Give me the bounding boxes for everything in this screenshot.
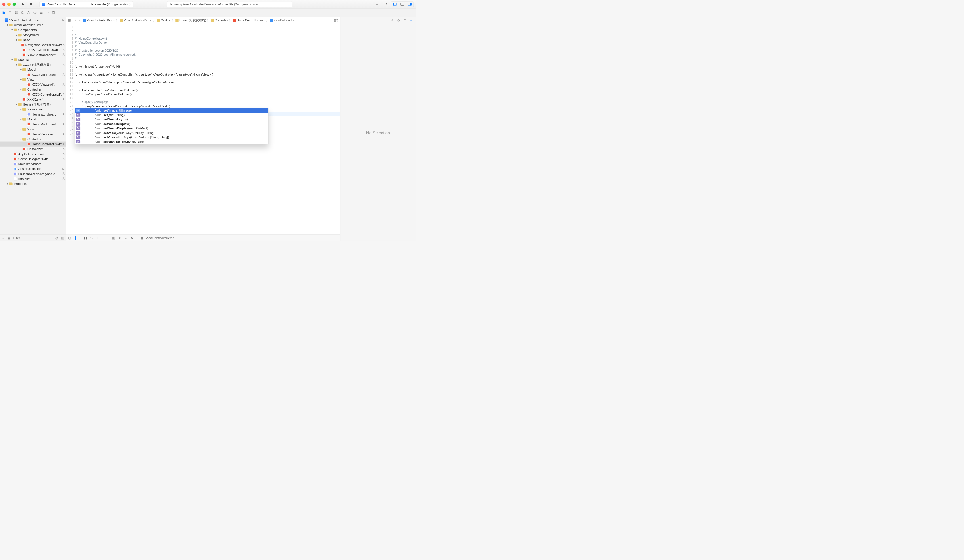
disclosure-triangle-icon[interactable]: ▶ bbox=[7, 182, 9, 185]
disclosure-triangle-icon[interactable]: ▼ bbox=[20, 138, 22, 141]
environment-overrides-button[interactable]: ☼ bbox=[124, 236, 128, 240]
tree-node[interactable]: ▼Home (可视化布局) bbox=[0, 102, 66, 107]
autocomplete-item[interactable]: MVoidsetValuesForKeys(keyedValues: [Stri… bbox=[75, 135, 268, 140]
code-line[interactable]: "c-kw">class "c-usertype">HomeController… bbox=[75, 72, 340, 77]
tree-node[interactable]: LaunchScreen.storyboardA bbox=[0, 171, 66, 176]
code-line[interactable]: // Copyright © 2020 Lee. All rights rese… bbox=[75, 53, 340, 57]
file-tree[interactable]: ▼ViewControllerDemoM▼ViewControllerDemo▼… bbox=[0, 17, 66, 234]
go-back-button[interactable]: 〈 bbox=[72, 18, 77, 23]
tree-node[interactable]: Info.plistA bbox=[0, 176, 66, 181]
jump-bar[interactable]: ▦ 〈 〉 ViewControllerDemo〉ViewControllerD… bbox=[66, 17, 340, 24]
disclosure-triangle-icon[interactable]: ▼ bbox=[7, 24, 9, 26]
scm-filter-button[interactable]: ▥ bbox=[60, 236, 64, 240]
autocomplete-item[interactable]: MVoidsetNeedsLayout() bbox=[75, 117, 268, 122]
breadcrumb-item[interactable]: Module bbox=[157, 18, 171, 22]
code-line[interactable]: // bbox=[75, 57, 340, 61]
stop-button[interactable] bbox=[28, 2, 34, 7]
toggle-debug-area-button[interactable]: ▢ bbox=[68, 236, 72, 240]
tree-node[interactable]: ▶Products bbox=[0, 181, 66, 186]
tree-node[interactable]: ▼Controller bbox=[0, 137, 66, 142]
tree-node[interactable]: Assets.xcassetsM bbox=[0, 166, 66, 171]
project-navigator-tab[interactable] bbox=[1, 10, 7, 16]
tree-node[interactable]: ▼Model bbox=[0, 117, 66, 122]
breadcrumb-item[interactable]: viewDidLoad() bbox=[270, 18, 294, 22]
filter-scope-button[interactable]: ▣ bbox=[7, 236, 11, 240]
tree-node[interactable]: ▼View bbox=[0, 127, 66, 132]
tree-node[interactable]: XXXXModel.swiftA bbox=[0, 72, 66, 77]
tree-node[interactable]: ▼ViewControllerDemoM bbox=[0, 18, 66, 23]
debug-navigator-tab[interactable] bbox=[38, 10, 44, 16]
simulate-location-button[interactable]: ➤ bbox=[130, 236, 135, 240]
tree-node[interactable]: ▶Storyboard— bbox=[0, 33, 66, 37]
tree-node[interactable]: ▼View bbox=[0, 77, 66, 82]
tree-node[interactable]: AppDelegate.swiftA bbox=[0, 151, 66, 156]
code-review-button[interactable]: ⇄ bbox=[383, 2, 389, 8]
breadcrumb-item[interactable]: Controller bbox=[211, 18, 228, 22]
close-window-button[interactable] bbox=[2, 3, 5, 6]
toggle-navigator-button[interactable] bbox=[391, 2, 399, 7]
file-inspector-tab[interactable]: 🗎 bbox=[391, 18, 394, 22]
disclosure-triangle-icon[interactable]: ▼ bbox=[20, 78, 22, 81]
tree-node[interactable]: HomeView.swiftA bbox=[0, 132, 66, 137]
pause-continue-button[interactable]: ▮▮ bbox=[83, 236, 88, 240]
panel-visibility-segment[interactable] bbox=[391, 2, 413, 7]
breakpoint-navigator-tab[interactable] bbox=[44, 10, 50, 16]
step-out-button[interactable]: ↑ bbox=[102, 236, 106, 240]
disclosure-triangle-icon[interactable]: ▼ bbox=[20, 108, 22, 111]
code-line[interactable] bbox=[75, 96, 340, 100]
tree-node[interactable]: ▼Module bbox=[0, 57, 66, 62]
tree-node[interactable]: ▼ViewControllerDemo bbox=[0, 23, 66, 27]
tree-node[interactable]: Home.swiftA bbox=[0, 147, 66, 151]
breakpoints-toggle-button[interactable]: ▌ bbox=[73, 236, 78, 240]
add-file-button[interactable]: ＋ bbox=[2, 236, 5, 240]
tree-node[interactable]: ▼Components bbox=[0, 28, 66, 33]
scheme-selector[interactable]: ViewControllerDemo 〉 ▭ iPhone SE (2nd ge… bbox=[40, 2, 133, 8]
disclosure-triangle-icon[interactable]: ▼ bbox=[15, 63, 18, 66]
zoom-window-button[interactable] bbox=[13, 3, 16, 6]
autocomplete-item[interactable]: MVoidsetNilValueForKey(key: String) bbox=[75, 139, 268, 144]
test-navigator-tab[interactable] bbox=[32, 10, 37, 16]
code-line[interactable] bbox=[75, 77, 340, 80]
code-line[interactable]: // HomeController.swift bbox=[75, 37, 340, 41]
code-line[interactable] bbox=[75, 84, 340, 88]
tree-node[interactable]: ▼Storyboard bbox=[0, 107, 66, 112]
code-line[interactable]: // bbox=[75, 33, 340, 37]
source-control-navigator-tab[interactable] bbox=[7, 10, 13, 16]
scheme-destination[interactable]: ▭ iPhone SE (2nd generation) bbox=[84, 2, 133, 7]
debug-memory-graph-button[interactable]: ※ bbox=[117, 236, 122, 240]
code-line[interactable]: // ViewControllerDemo bbox=[75, 41, 340, 44]
find-navigator-tab[interactable] bbox=[20, 10, 25, 16]
breadcrumb-item[interactable]: Home (可视化布局) bbox=[176, 18, 206, 22]
report-navigator-tab[interactable] bbox=[50, 10, 56, 16]
code-line[interactable]: // Created by Lee on 2020/5/21. bbox=[75, 49, 340, 53]
symbol-navigator-tab[interactable] bbox=[13, 10, 19, 16]
tree-node[interactable]: SceneDelegate.swiftA bbox=[0, 156, 66, 161]
debug-view-hierarchy-button[interactable]: ▥ bbox=[111, 236, 116, 240]
run-button[interactable] bbox=[20, 2, 26, 7]
code-line[interactable] bbox=[75, 60, 340, 64]
identity-inspector-tab[interactable]: ⧈ bbox=[410, 18, 412, 22]
code-line[interactable]: "c-kw">import "c-usertype">UIKit bbox=[75, 64, 340, 68]
go-forward-button[interactable]: 〉 bbox=[78, 18, 83, 23]
line-number-gutter[interactable]: 1234567891011121314151617181920212223242… bbox=[66, 24, 75, 234]
disclosure-triangle-icon[interactable]: ▶ bbox=[15, 33, 18, 36]
tree-node[interactable]: ▼Model bbox=[0, 67, 66, 72]
autocomplete-item[interactable]: MVoidset(image: UIImage) bbox=[75, 108, 268, 113]
tree-node[interactable]: TabBarController.swiftA bbox=[0, 47, 66, 52]
autocomplete-item[interactable]: MVoidset(title: String) bbox=[75, 113, 268, 117]
autocomplete-item[interactable]: MVoidsetNeedsDisplay() bbox=[75, 122, 268, 126]
code-line[interactable]: "c-kw">override "c-kw">func viewDidLoad(… bbox=[75, 88, 340, 92]
tree-node[interactable]: XXXX.swiftA bbox=[0, 97, 66, 102]
tree-node[interactable]: ▼Base bbox=[0, 37, 66, 42]
minimize-window-button[interactable] bbox=[8, 3, 11, 6]
autocomplete-item[interactable]: MVoidsetNeedsDisplay(rect: CGRect) bbox=[75, 126, 268, 131]
tree-node[interactable]: HomeModel.swiftA bbox=[0, 122, 66, 127]
tree-node[interactable]: Main.storyboard— bbox=[0, 161, 66, 166]
autocomplete-popup[interactable]: MVoidset(image: UIImage)MVoidset(title: … bbox=[75, 108, 269, 144]
library-add-button[interactable]: ＋ bbox=[374, 2, 380, 8]
breadcrumb-item[interactable]: ViewControllerDemo bbox=[120, 18, 152, 22]
tree-node[interactable]: ViewController.swiftA bbox=[0, 52, 66, 57]
activity-status[interactable]: Running ViewControllerDemo on iPhone SE … bbox=[167, 2, 293, 8]
recent-filter-button[interactable]: ◔ bbox=[55, 236, 59, 240]
code-line[interactable]: "c-kw">super."c-call">viewDidLoad() bbox=[75, 92, 340, 96]
